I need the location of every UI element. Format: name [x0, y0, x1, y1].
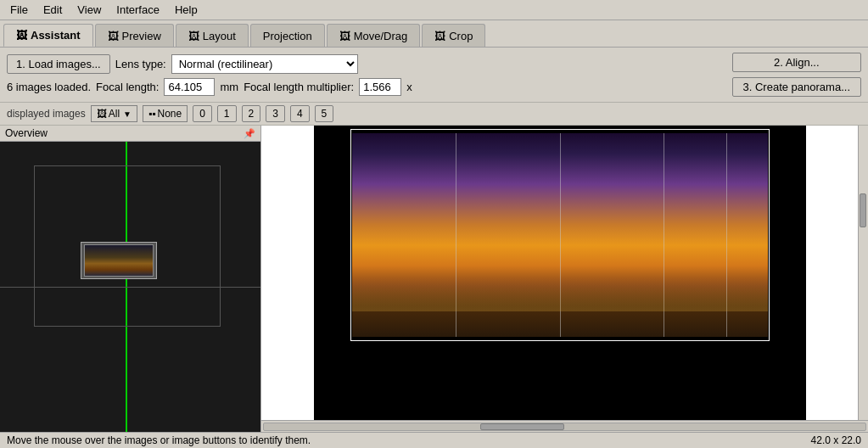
img-btn-1[interactable]: 1	[217, 105, 237, 122]
displayed-images-label: displayed images	[7, 108, 86, 120]
viewer-scroll-area[interactable]	[261, 126, 868, 420]
tab-crop[interactable]: 🖼 Crop	[422, 24, 485, 47]
preview-tab-icon: 🖼	[108, 30, 119, 42]
menu-view[interactable]: View	[70, 2, 108, 18]
crop-tab-icon: 🖼	[434, 30, 445, 42]
toolbar: 1. Load images... Lens type: Normal (rec…	[0, 48, 868, 103]
img-btn-3[interactable]: 3	[266, 105, 285, 122]
img-btn-0[interactable]: 0	[193, 105, 212, 122]
toolbar-line1: 1. Load images... Lens type: Normal (rec…	[7, 54, 412, 74]
tab-preview-label: Preview	[122, 30, 161, 42]
overview-header: Overview 📌	[0, 126, 260, 142]
panorama-container	[261, 126, 858, 420]
img-btn-2[interactable]: 2	[242, 105, 261, 122]
tab-projection[interactable]: Projection	[250, 24, 325, 47]
statusbar: Move the mouse over the images or image …	[0, 432, 868, 448]
toolbar-left: 1. Load images... Lens type: Normal (rec…	[7, 54, 412, 96]
panorama-button[interactable]: 3. Create panorama...	[732, 77, 861, 97]
all-icon: 🖼	[97, 108, 107, 120]
assistant-tab-icon: 🖼	[16, 29, 27, 42]
pano-horizon-glow	[352, 277, 768, 311]
overview-panel: Overview 📌	[0, 126, 261, 432]
pano-sunset	[352, 133, 768, 337]
tab-layout[interactable]: 🖼 Layout	[176, 24, 249, 47]
focal-length-input[interactable]	[164, 78, 215, 96]
menu-interface[interactable]: Interface	[109, 2, 166, 18]
img-btn-4[interactable]: 4	[290, 105, 310, 122]
overview-thumb-image	[84, 244, 154, 277]
pano-black-top	[314, 126, 806, 133]
load-images-button[interactable]: 1. Load images...	[7, 54, 110, 74]
none-button[interactable]: ▪▪ None	[143, 105, 188, 122]
tab-crop-label: Crop	[449, 30, 473, 42]
overview-canvas[interactable]	[0, 142, 260, 432]
tab-movedrag-label: Move/Drag	[354, 30, 408, 42]
tab-preview[interactable]: 🖼 Preview	[95, 24, 174, 47]
focal-length-unit: mm	[220, 81, 238, 93]
scrollbar-h-thumb[interactable]	[480, 423, 564, 430]
menu-edit[interactable]: Edit	[36, 2, 69, 18]
vertical-scrollbar[interactable]	[858, 126, 868, 420]
focal-multiplier-x: x	[406, 81, 412, 93]
menu-help[interactable]: Help	[168, 2, 204, 18]
all-dropdown-arrow: ▼	[123, 109, 132, 119]
menubar: File Edit View Interface Help	[0, 0, 868, 20]
lens-type-select[interactable]: Normal (rectilinear) Fisheye Panoramic	[171, 54, 358, 74]
pin-icon[interactable]: 📌	[244, 128, 255, 139]
focal-multiplier-label: Focal length multiplier:	[244, 81, 354, 93]
align-button[interactable]: 2. Align...	[732, 53, 861, 72]
tab-assistant[interactable]: 🖼 Assistant	[3, 24, 93, 47]
tab-layout-label: Layout	[203, 30, 236, 42]
toolbar-right: 2. Align... 3. Create panorama...	[732, 53, 861, 97]
layout-tab-icon: 🖼	[188, 30, 199, 42]
menu-file[interactable]: File	[3, 2, 35, 18]
img-btn-5[interactable]: 5	[315, 105, 334, 122]
all-button[interactable]: 🖼 All ▼	[91, 105, 137, 122]
focal-multiplier-input[interactable]	[359, 78, 401, 96]
none-label: None	[157, 108, 182, 120]
lens-type-label: Lens type:	[115, 58, 166, 70]
displayed-images-bar: displayed images 🖼 All ▼ ▪▪ None 0 1 2 3…	[0, 103, 868, 126]
all-label: All	[109, 108, 120, 120]
images-loaded-label: 6 images loaded.	[7, 81, 91, 93]
tab-projection-label: Projection	[263, 30, 312, 42]
tab-assistant-label: Assistant	[31, 29, 81, 42]
toolbar-line2: 6 images loaded. Focal length: mm Focal …	[7, 78, 412, 96]
image-viewer	[261, 126, 868, 432]
focal-length-label: Focal length:	[96, 81, 159, 93]
scrollbar-h-track[interactable]	[263, 423, 866, 431]
none-icon: ▪▪	[148, 108, 156, 120]
scrollbar-v-track[interactable]	[860, 126, 868, 420]
overview-thumbnail	[81, 242, 157, 279]
movedrag-tab-icon: 🖼	[339, 30, 350, 42]
tab-movedrag[interactable]: 🖼 Move/Drag	[327, 24, 421, 47]
pano-black-bottom	[314, 379, 806, 421]
main-content: Overview 📌	[0, 126, 868, 432]
tabbar: 🖼 Assistant 🖼 Preview 🖼 Layout Projectio…	[0, 20, 868, 48]
overview-title: Overview	[5, 127, 48, 139]
status-right: 42.0 x 22.0	[811, 434, 861, 446]
horizontal-scrollbar[interactable]	[261, 420, 868, 432]
status-left: Move the mouse over the images or image …	[7, 434, 311, 446]
scrollbar-v-thumb[interactable]	[860, 193, 866, 227]
panorama-image	[314, 126, 806, 420]
